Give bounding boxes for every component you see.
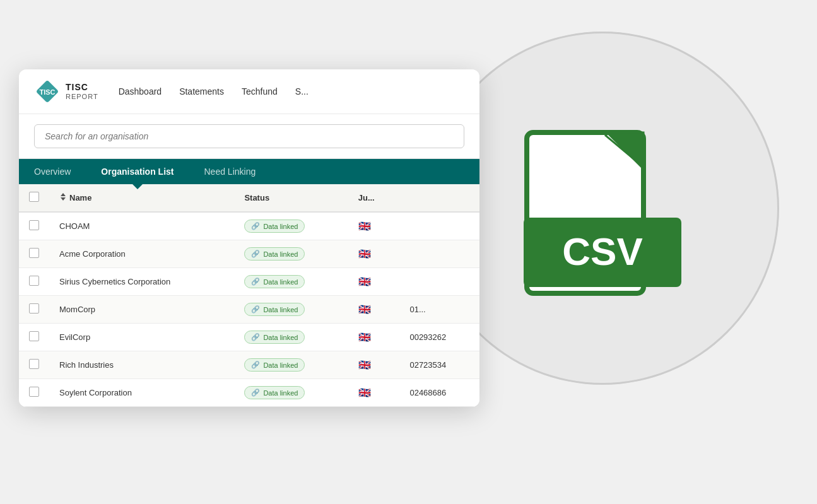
link-icon: 🔗 — [251, 389, 260, 397]
sort-icon — [59, 192, 67, 203]
tab-need-linking[interactable]: Need Linking — [189, 159, 271, 184]
app-header: TISC TISC REPORT Dashboard Statements Te… — [19, 69, 479, 114]
row-name: Sirius Cybernetics Corporation — [49, 268, 234, 296]
link-icon: 🔗 — [251, 305, 260, 314]
row-name: MomCorp — [49, 296, 234, 324]
flag-icon: 🇬🇧 — [358, 304, 371, 315]
nav-more[interactable]: S... — [295, 86, 309, 97]
row-checkbox-cell — [19, 351, 49, 379]
link-icon: 🔗 — [251, 278, 260, 286]
table-row: Soylent Corporation 🔗 Data linked 🇬🇧 024… — [19, 379, 479, 407]
status-badge: 🔗 Data linked — [244, 331, 305, 344]
logo-text: TISC REPORT — [66, 83, 98, 100]
table-area: Name Status Ju... CHOAM 🔗 Data — [19, 184, 479, 407]
flag-icon: 🇬🇧 — [358, 360, 371, 370]
row-number — [399, 212, 479, 240]
select-all-checkbox[interactable] — [29, 192, 39, 202]
search-input[interactable] — [34, 124, 464, 148]
row-checkbox[interactable] — [29, 303, 39, 314]
row-checkbox-cell — [19, 324, 49, 351]
main-nav: Dashboard Statements Techfund S... — [119, 86, 309, 97]
row-checkbox[interactable] — [29, 248, 39, 258]
row-checkbox-cell — [19, 212, 49, 240]
status-badge: 🔗 Data linked — [244, 386, 305, 399]
row-checkbox[interactable] — [29, 220, 39, 230]
tabs-bar: Overview Organisation List Need Linking — [19, 159, 479, 184]
row-checkbox-cell — [19, 296, 49, 324]
th-status: Status — [234, 184, 348, 212]
row-status: 🔗 Data linked — [234, 324, 348, 351]
row-number: 02468686 — [399, 379, 479, 407]
table-row: MomCorp 🔗 Data linked 🇬🇧 01... — [19, 296, 479, 324]
nav-dashboard[interactable]: Dashboard — [119, 86, 162, 97]
row-number: 01... — [399, 296, 479, 324]
status-badge: 🔗 Data linked — [244, 275, 305, 288]
logo-icon: TISC — [34, 78, 61, 105]
row-flag: 🇬🇧 — [348, 212, 400, 240]
row-status: 🔗 Data linked — [234, 379, 348, 407]
tab-organisation-list[interactable]: Organisation List — [86, 159, 189, 184]
row-status: 🔗 Data linked — [234, 212, 348, 240]
table-row: Acme Corporation 🔗 Data linked 🇬🇧 — [19, 240, 479, 268]
row-status: 🔗 Data linked — [234, 240, 348, 268]
row-checkbox[interactable] — [29, 331, 39, 341]
row-name: Soylent Corporation — [49, 379, 234, 407]
row-name: EvilCorp — [49, 324, 234, 351]
app-window: TISC TISC REPORT Dashboard Statements Te… — [19, 69, 479, 407]
row-checkbox[interactable] — [29, 387, 39, 397]
row-checkbox-cell — [19, 268, 49, 296]
table-wrapper: Name Status Ju... CHOAM 🔗 Data — [19, 184, 479, 407]
row-name: CHOAM — [49, 212, 234, 240]
row-number — [399, 240, 479, 268]
row-flag: 🇬🇧 — [348, 296, 400, 324]
flag-icon: 🇬🇧 — [358, 387, 371, 398]
th-name-label: Name — [69, 193, 91, 202]
logo-report: REPORT — [66, 93, 98, 100]
th-number — [399, 184, 479, 212]
status-badge: 🔗 Data linked — [244, 247, 305, 261]
row-flag: 🇬🇧 — [348, 351, 400, 379]
row-flag: 🇬🇧 — [348, 240, 400, 268]
search-area — [19, 114, 479, 159]
link-icon: 🔗 — [251, 361, 260, 369]
flag-icon: 🇬🇧 — [358, 276, 371, 287]
status-badge: 🔗 Data linked — [244, 358, 305, 372]
table-row: EvilCorp 🔗 Data linked 🇬🇧 00293262 — [19, 324, 479, 351]
link-icon: 🔗 — [251, 222, 260, 230]
nav-statements[interactable]: Statements — [179, 86, 224, 97]
link-icon: 🔗 — [251, 333, 260, 341]
row-name: Rich Industries — [49, 351, 234, 379]
table-row: Sirius Cybernetics Corporation 🔗 Data li… — [19, 268, 479, 296]
logo-tisc: TISC — [66, 83, 98, 92]
logo: TISC TISC REPORT — [34, 78, 98, 105]
th-checkbox — [19, 184, 49, 212]
link-icon: 🔗 — [251, 250, 260, 258]
th-jurisdiction: Ju... — [348, 184, 400, 212]
status-badge: 🔗 Data linked — [244, 220, 305, 233]
row-status: 🔗 Data linked — [234, 351, 348, 379]
row-checkbox-cell — [19, 379, 49, 407]
row-flag: 🇬🇧 — [348, 379, 400, 407]
svg-text:TISC: TISC — [39, 88, 55, 96]
row-flag: 🇬🇧 — [348, 324, 400, 351]
table-row: CHOAM 🔗 Data linked 🇬🇧 — [19, 212, 479, 240]
tab-overview[interactable]: Overview — [19, 159, 86, 184]
flag-icon: 🇬🇧 — [358, 249, 371, 259]
row-status: 🔗 Data linked — [234, 268, 348, 296]
row-number: 02723534 — [399, 351, 479, 379]
row-name: Acme Corporation — [49, 240, 234, 268]
status-badge: 🔗 Data linked — [244, 303, 305, 316]
csv-file-icon: CSV — [520, 114, 685, 303]
flag-icon: 🇬🇧 — [358, 221, 371, 231]
flag-icon: 🇬🇧 — [358, 332, 371, 343]
nav-techfund[interactable]: Techfund — [242, 86, 278, 97]
row-number — [399, 268, 479, 296]
row-flag: 🇬🇧 — [348, 268, 400, 296]
row-status: 🔗 Data linked — [234, 296, 348, 324]
row-number: 00293262 — [399, 324, 479, 351]
table-row: Rich Industries 🔗 Data linked 🇬🇧 0272353… — [19, 351, 479, 379]
row-checkbox[interactable] — [29, 276, 39, 286]
organisation-table: Name Status Ju... CHOAM 🔗 Data — [19, 184, 479, 407]
row-checkbox[interactable] — [29, 359, 39, 369]
svg-text:CSV: CSV — [562, 230, 642, 273]
